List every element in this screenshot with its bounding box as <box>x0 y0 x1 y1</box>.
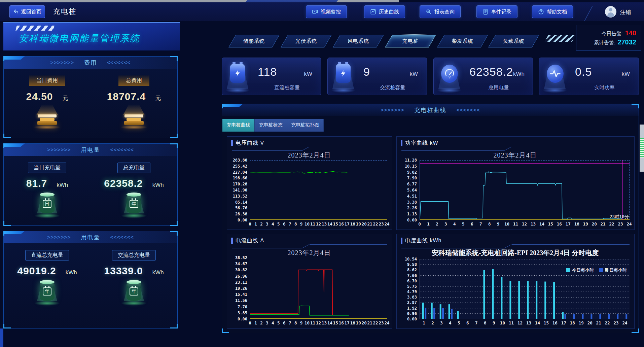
kpi-unit: kW <box>304 71 312 77</box>
x-tick-label: 9 <box>300 221 303 227</box>
y-tick-label: 11.28 <box>405 158 417 163</box>
y-tick-label: 141.90 <box>233 188 247 193</box>
x-tick-label: 3 <box>440 320 443 325</box>
y-tick-label: 2.87 <box>407 300 417 305</box>
x-tick-label: 17 <box>345 320 350 325</box>
y-tick-label: 3.83 <box>407 295 417 300</box>
dc-ac-energy-panel: >>>>>>> 用电量 <<<<<<< 直流总充电量 49019.2kWh 年 … <box>3 231 178 328</box>
legend-item-today[interactable]: 今日每小时 <box>566 267 594 273</box>
chart-heading: 安科瑞储能系统-充电桩回路-EPI 2023年2月4日 分时电度 <box>401 248 630 258</box>
bar-today <box>440 304 441 319</box>
chart-title: 电流曲线 A <box>236 237 264 244</box>
vertical-scrollbar[interactable] <box>640 125 644 172</box>
logout-button[interactable]: 注销 <box>620 9 631 16</box>
x-axis-labels: 0123456789101112131415161718192021222324 <box>420 220 630 228</box>
x-tick-label: 21 <box>367 320 372 325</box>
back-home-label: 返回首页 <box>21 9 41 15</box>
slashes-decoration-icon <box>15 26 55 31</box>
page-title: 充电桩 <box>53 7 76 16</box>
kpi-value: 118 <box>258 65 277 78</box>
y-tick-label: 5.75 <box>407 284 417 289</box>
x-tick-label: 21 <box>601 221 606 227</box>
tab-charging-pile[interactable]: 充电桩 <box>385 35 436 47</box>
series-line <box>250 306 349 315</box>
stat-unit: 元 <box>63 94 68 102</box>
stat-value: 18707.4 <box>107 91 146 102</box>
x-tick-label: 22 <box>373 221 378 227</box>
y-tick-label: 10.15 <box>405 164 417 169</box>
y-tick-label: 0.00 <box>407 218 417 222</box>
back-home-button[interactable]: 返回首页 <box>9 5 45 18</box>
tab-pile-status[interactable]: 充电桩状态 <box>255 119 287 132</box>
y-tick-label: 19.26 <box>235 286 247 291</box>
report-query-button[interactable]: 报表查询 <box>420 5 461 18</box>
cumulative-alarm-row: 累计告警: 27032 <box>576 38 636 46</box>
x-tick-label: 20 <box>592 221 597 227</box>
x-tick-label: 23 <box>379 221 384 227</box>
tab-label: 充电桩拓扑图 <box>291 122 319 128</box>
x-tick-label: 23 <box>614 320 619 325</box>
event-record-button[interactable]: 事件记录 <box>476 5 517 18</box>
y-tick-label: 283.80 <box>233 158 247 163</box>
battery-icon <box>328 58 359 95</box>
kpi-total-energy: V 62358.2kWh 总用电量 <box>433 58 533 95</box>
help-doc-button[interactable]: 帮助文档 <box>532 5 573 18</box>
battery-icon <box>222 58 253 95</box>
gauge-icon: V <box>444 68 455 80</box>
coin-stack-icon <box>120 104 148 129</box>
x-tick-label: 4 <box>449 320 452 325</box>
video-monitor-button[interactable]: 视频监控 <box>306 5 347 18</box>
x-tick-label: 24 <box>627 221 632 227</box>
tab-label: 风电系统 <box>348 38 369 44</box>
chart-header: 电流曲线 A <box>231 237 387 244</box>
stat-daily-charge: 当日充电量 81.7kWh 日 <box>7 163 87 218</box>
stat-unit: kWh <box>152 182 164 188</box>
y-tick-label: 30.82 <box>235 268 247 272</box>
chart-underline-decoration <box>401 244 630 248</box>
tab-photovoltaic[interactable]: 光伏系统 <box>281 35 332 47</box>
x-tick-label: 11 <box>310 221 315 227</box>
help-doc-label: 帮助文档 <box>547 9 567 15</box>
x-tick-label: 18 <box>350 221 355 227</box>
scrollbar-thumb[interactable] <box>640 138 644 158</box>
x-tick-label: 6 <box>466 320 469 325</box>
calendar-year-icon: 年 <box>119 191 149 218</box>
x-tick-label: 21 <box>367 221 372 227</box>
tab-pile-topology[interactable]: 充电桩拓扑图 <box>287 119 324 132</box>
y-tick-label: 4.79 <box>407 289 417 294</box>
y-tick-label: 34.67 <box>235 262 247 266</box>
system-title: 安科瑞微电网能量管理系统 <box>19 32 140 44</box>
plot-area[interactable] <box>250 258 387 319</box>
tab-wind-power[interactable]: 风电系统 <box>333 35 384 47</box>
x-tick-label: 19 <box>356 320 361 325</box>
y-tick-label: 23.11 <box>235 280 247 285</box>
x-tick-label: 12 <box>522 221 527 227</box>
y-tick-label: 7.90 <box>407 176 417 180</box>
x-tick-label: 3 <box>444 221 447 227</box>
avatar[interactable] <box>605 6 616 18</box>
tab-label: 充电桩状态 <box>259 122 283 128</box>
tab-pile-curves[interactable]: 充电桩曲线 <box>222 119 255 132</box>
bar-today <box>509 281 511 319</box>
x-tick-label: 21 <box>596 320 601 325</box>
bar-yesterday <box>451 309 453 319</box>
x-tick-label: 6 <box>283 320 286 325</box>
plot-area[interactable] <box>250 160 387 220</box>
y-axis-labels: 11.2810.159.027.906.775.644.513.382.261.… <box>401 160 420 220</box>
tab-diesel[interactable]: 柴发系统 <box>437 35 488 47</box>
tab-load[interactable]: 负载系统 <box>488 35 539 47</box>
tab-energy-storage[interactable]: 储能系统 <box>228 35 280 47</box>
chart-header: 电度曲线 kWh <box>401 237 630 244</box>
x-tick-label: 0 <box>418 221 421 227</box>
legend-label: 今日每小时 <box>572 267 594 273</box>
x-tick-label: 1 <box>254 221 257 227</box>
chevrons-left-icon: <<<<<<< <box>110 234 134 240</box>
plot-area[interactable]: 今日每小时昨日每小时 <box>420 259 630 319</box>
y-tick-label: 9.02 <box>407 170 417 175</box>
plot-area[interactable]: 23时10分 <box>420 160 630 220</box>
panel-title: 用电量 <box>81 234 100 241</box>
stat-value: 24.50 <box>26 91 53 102</box>
history-curve-button[interactable]: 历史曲线 <box>364 5 405 18</box>
legend-item-yesterday[interactable]: 昨日每小时 <box>599 267 627 273</box>
chevrons-left-icon: <<<<<<< <box>110 147 134 153</box>
